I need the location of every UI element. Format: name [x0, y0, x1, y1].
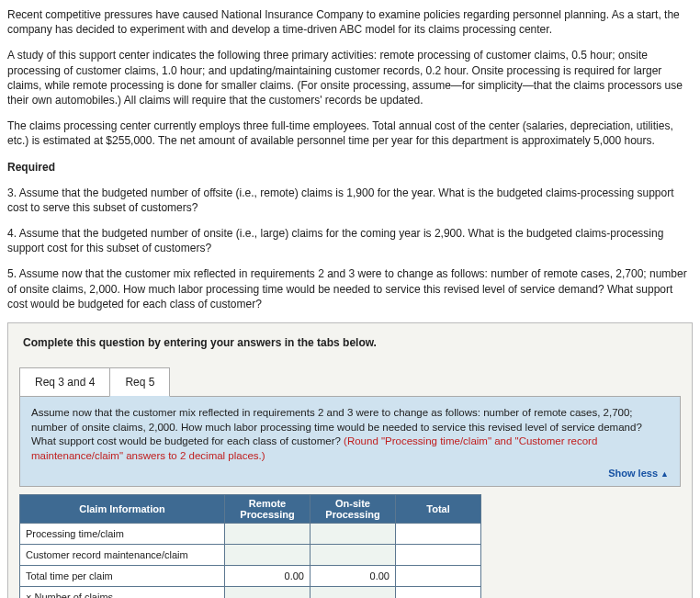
question-3: 3. Assume that the budgeted number of of…	[7, 186, 693, 215]
cell-r2c2: 0.00	[310, 565, 396, 586]
col-total: Total	[396, 494, 481, 523]
tab-panel-req-5: Assume now that the customer mix reflect…	[19, 396, 681, 487]
cell-r1c3	[396, 544, 481, 565]
claim-table: Claim Information Remote Processing On-s…	[19, 494, 481, 598]
show-less-label: Show less	[608, 468, 658, 479]
tab-req-3-4[interactable]: Req 3 and 4	[19, 367, 110, 397]
cell-r3c2[interactable]	[310, 586, 396, 598]
row-total-time: Total time per claim	[20, 565, 225, 586]
cell-r3c3	[396, 586, 481, 598]
col-onsite: On-site Processing	[310, 494, 396, 523]
cell-r0c2[interactable]	[310, 523, 396, 544]
instruction-text: Complete this question by entering your …	[8, 323, 692, 362]
required-header: Required	[7, 160, 693, 175]
problem-paragraph-2: A study of this support center indicates…	[7, 48, 693, 107]
answer-box: Complete this question by entering your …	[7, 322, 693, 598]
cell-r1c2[interactable]	[310, 544, 396, 565]
problem-paragraph-3: The claims processing center currently e…	[7, 118, 693, 148]
problem-paragraph-1: Recent competitive pressures have caused…	[7, 7, 693, 37]
cell-r2c3	[396, 565, 481, 586]
show-less-toggle[interactable]: Show less ▲	[31, 467, 669, 480]
tab-strip: Req 3 and 4 Req 5	[19, 367, 692, 397]
col-remote: Remote Processing	[225, 494, 310, 523]
tab-req-5[interactable]: Req 5	[109, 367, 170, 397]
chevron-up-icon: ▲	[660, 469, 669, 479]
row-record-maintenance: Customer record maintenance/claim	[20, 544, 225, 565]
cell-r0c3	[396, 523, 481, 544]
cell-r1c1[interactable]	[225, 544, 310, 565]
question-4: 4. Assume that the budgeted number of on…	[7, 226, 693, 255]
col-claim-info: Claim Information	[20, 494, 225, 523]
cell-r3c1[interactable]	[225, 586, 310, 598]
cell-r2c1: 0.00	[225, 565, 310, 586]
row-processing-time: Processing time/claim	[20, 523, 225, 544]
row-number-claims: × Number of claims	[20, 586, 225, 598]
cell-r0c1[interactable]	[225, 523, 310, 544]
question-5: 5. Assume now that the customer mix refl…	[7, 266, 693, 311]
